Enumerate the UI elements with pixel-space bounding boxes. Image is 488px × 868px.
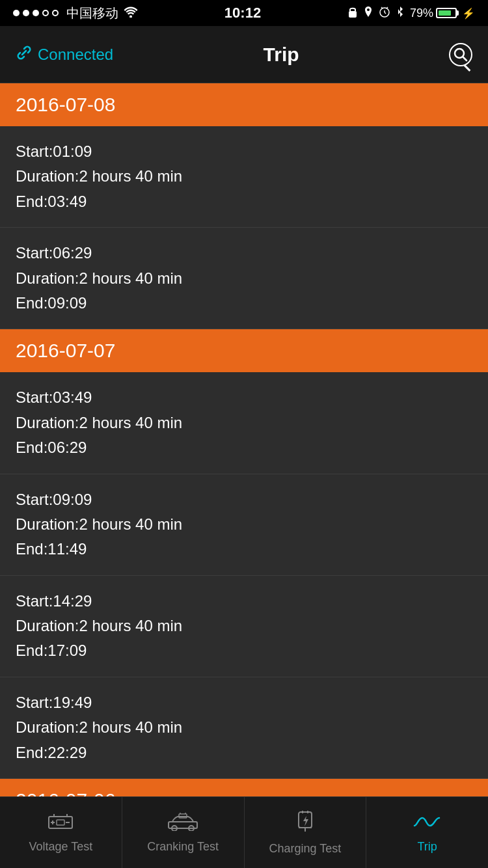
- location-icon: [363, 6, 373, 21]
- signal-dot-4: [42, 10, 49, 16]
- status-left: 中国移动: [13, 5, 138, 22]
- status-time: 10:12: [224, 5, 261, 21]
- trip-icon: [412, 812, 443, 836]
- trip-start: Start:06:29: [16, 241, 472, 265]
- tab-cranking-test[interactable]: Cranking Test: [122, 797, 245, 868]
- battery-fill: [439, 10, 451, 16]
- connected-label: Connected: [38, 46, 113, 64]
- status-right: 79% ⚡: [347, 6, 475, 21]
- cranking-test-icon: [167, 811, 198, 836]
- date-label-2: 2016-07-07: [16, 340, 115, 361]
- trip-duration: Duration:2 hours 40 min: [16, 512, 472, 537]
- link-icon: [16, 44, 33, 65]
- svg-rect-1: [349, 11, 357, 18]
- tab-charging-label: Charging Test: [269, 842, 342, 856]
- signal-dot-1: [13, 10, 20, 16]
- battery-icon: [436, 8, 457, 18]
- trip-item-1-1[interactable]: Start:01:09 Duration:2 hours 40 min End:…: [0, 126, 488, 228]
- trip-start: Start:19:49: [16, 690, 472, 715]
- trip-end: End:17:09: [16, 638, 472, 663]
- svg-line-4: [385, 12, 386, 14]
- nav-title: Trip: [264, 44, 299, 66]
- content-area: 2016-07-08 Start:01:09 Duration:2 hours …: [0, 83, 488, 868]
- trip-end: End:09:09: [16, 291, 472, 316]
- wifi-icon: [124, 5, 138, 21]
- trip-duration: Duration:2 hours 40 min: [16, 614, 472, 638]
- trip-start: Start:03:49: [16, 385, 472, 410]
- signal-dot-3: [33, 10, 39, 16]
- trip-start: Start:14:29: [16, 589, 472, 614]
- status-bar: 中国移动 10:12: [0, 0, 488, 26]
- signal-dot-5: [52, 10, 59, 16]
- signal-dots: [13, 10, 59, 16]
- trip-start: Start:01:09: [16, 139, 472, 164]
- trip-end: End:22:29: [16, 740, 472, 765]
- trip-item-2-2[interactable]: Start:09:09 Duration:2 hours 40 min End:…: [0, 474, 488, 576]
- carrier-label: 中国移动: [66, 5, 118, 22]
- trip-duration: Duration:2 hours 40 min: [16, 715, 472, 740]
- tab-trip[interactable]: Trip: [366, 797, 488, 868]
- trip-duration: Duration:2 hours 40 min: [16, 164, 472, 189]
- battery-container: 79%: [410, 7, 457, 20]
- svg-line-8: [463, 57, 467, 61]
- date-label-1: 2016-07-08: [16, 94, 115, 115]
- trip-duration: Duration:2 hours 40 min: [16, 266, 472, 291]
- alarm-icon: [379, 6, 390, 21]
- charging-bolt-icon: ⚡: [462, 7, 475, 20]
- signal-dot-2: [23, 10, 29, 16]
- trip-start: Start:09:09: [16, 487, 472, 512]
- search-button[interactable]: [449, 43, 472, 66]
- date-header-1: 2016-07-08: [0, 83, 488, 126]
- date-header-2: 2016-07-07: [0, 329, 488, 372]
- trip-item-1-2[interactable]: Start:06:29 Duration:2 hours 40 min End:…: [0, 228, 488, 329]
- nav-bar: Connected Trip: [0, 26, 488, 83]
- bluetooth-icon: [396, 6, 405, 21]
- tab-cranking-label: Cranking Test: [147, 840, 219, 854]
- tab-charging-test[interactable]: Charging Test: [245, 797, 367, 868]
- svg-rect-16: [169, 822, 197, 828]
- trip-end: End:03:49: [16, 189, 472, 214]
- battery-percent: 79%: [410, 7, 433, 20]
- svg-rect-15: [57, 820, 64, 825]
- tab-voltage-test[interactable]: Voltage Test: [0, 797, 122, 868]
- tab-voltage-label: Voltage Test: [29, 840, 93, 854]
- trip-end: End:06:29: [16, 435, 472, 460]
- tab-trip-label: Trip: [417, 840, 437, 854]
- trip-duration: Duration:2 hours 40 min: [16, 411, 472, 435]
- svg-line-5: [381, 7, 383, 8]
- tab-bar: Voltage Test Cranking Test: [0, 796, 488, 868]
- connected-status: Connected: [16, 44, 113, 65]
- svg-line-6: [386, 7, 388, 8]
- trip-item-2-4[interactable]: Start:19:49 Duration:2 hours 40 min End:…: [0, 677, 488, 779]
- trip-item-2-1[interactable]: Start:03:49 Duration:2 hours 40 min End:…: [0, 372, 488, 474]
- lock-icon: [347, 6, 358, 21]
- svg-point-0: [129, 16, 132, 18]
- trip-item-2-3[interactable]: Start:14:29 Duration:2 hours 40 min End:…: [0, 576, 488, 677]
- charging-test-icon: [293, 809, 317, 838]
- voltage-test-icon: [47, 811, 74, 836]
- trip-end: End:11:49: [16, 537, 472, 562]
